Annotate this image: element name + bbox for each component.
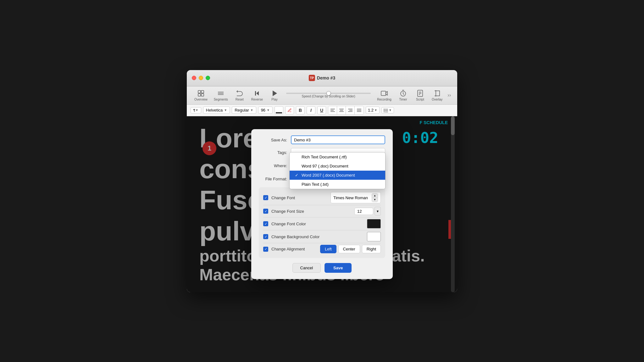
change-alignment-checkbox[interactable]: ✓ bbox=[263, 247, 268, 252]
font-style-value: Regular bbox=[235, 108, 249, 112]
svg-rect-2 bbox=[198, 94, 201, 96]
save-as-label: Save As: bbox=[259, 138, 287, 142]
overlay-button[interactable]: Overlay bbox=[429, 88, 445, 102]
change-font-color-label: Change Font Color bbox=[271, 222, 364, 226]
font-stepper: ▲ ▼ bbox=[372, 193, 378, 202]
change-alignment-row: ✓ Change Alignment Left Center Right bbox=[263, 243, 381, 255]
reset-label: Reset bbox=[236, 98, 244, 101]
font-color-swatch[interactable] bbox=[367, 219, 381, 228]
text-color-swatch[interactable] bbox=[275, 106, 283, 114]
speed-slider-area: Speed (Change by Scrolling on Slider) bbox=[284, 93, 373, 98]
format-option-rtf[interactable]: Rich Text Document (.rtf) bbox=[290, 152, 385, 162]
content-area: Lore cons Fusc pulv porttitor id arcu et… bbox=[187, 116, 457, 292]
change-font-row: ✓ Change Font Times New Roman ▲ ▼ bbox=[263, 190, 381, 205]
font-size-dropdown[interactable]: 96 ▼ bbox=[258, 107, 273, 114]
font-size-value: 96 bbox=[261, 108, 265, 112]
svg-rect-8 bbox=[255, 91, 256, 96]
format-option-txt[interactable]: Plain Text (.txt) bbox=[290, 180, 385, 189]
save-dialog: Save As: Tags: Where: Books ▲ bbox=[251, 129, 393, 279]
format-dropdown-menu: Rich Text Document (.rtf) Word 97 (.doc)… bbox=[289, 152, 386, 189]
svg-marker-11 bbox=[386, 91, 387, 95]
checkbox-section: ✓ Change Font Times New Roman ▲ ▼ ✓ bbox=[259, 187, 385, 258]
align-right-dialog-button[interactable]: Right bbox=[362, 245, 381, 253]
change-font-color-checkbox[interactable]: ✓ bbox=[263, 221, 268, 226]
align-left-dialog-button[interactable]: Left bbox=[320, 245, 336, 253]
change-font-size-label: Change Font Size bbox=[271, 209, 351, 214]
traffic-lights bbox=[192, 76, 210, 80]
align-center-dialog-button[interactable]: Center bbox=[338, 245, 360, 253]
bg-color-swatch[interactable] bbox=[367, 232, 381, 241]
list-style-button[interactable]: ▼ bbox=[381, 107, 394, 113]
save-button[interactable]: Save bbox=[325, 263, 352, 273]
svg-marker-9 bbox=[273, 90, 277, 96]
align-center-button[interactable] bbox=[337, 106, 346, 114]
font-size-input[interactable]: 12 bbox=[354, 208, 373, 215]
reset-button[interactable]: Reset bbox=[232, 88, 247, 102]
change-font-size-row: ✓ Change Font Size 12 ▼ bbox=[263, 205, 381, 217]
where-label: Where: bbox=[259, 163, 287, 168]
segments-button[interactable]: Segments bbox=[211, 88, 230, 102]
line-height-control[interactable]: 1.2 ▼ bbox=[366, 107, 380, 114]
recording-button[interactable]: Recording bbox=[375, 88, 394, 102]
change-bg-color-row: ✓ Change Background Color bbox=[263, 230, 381, 243]
alignment-group bbox=[328, 106, 364, 115]
paragraph-style-dropdown[interactable]: ¶ ▼ bbox=[191, 107, 201, 113]
formatbar: ¶ ▼ Helvetica ▼ Regular ▼ 96 ▼ B I U bbox=[187, 105, 457, 116]
file-format-dropdown[interactable]: Word 2007 (.docx) Document Rich Text Doc… bbox=[290, 174, 385, 184]
svg-point-32 bbox=[384, 110, 385, 111]
segments-label: Segments bbox=[214, 98, 228, 101]
align-right-button[interactable] bbox=[346, 106, 355, 114]
minimize-button[interactable] bbox=[199, 76, 203, 80]
font-family-dropdown[interactable]: Helvetica ▼ bbox=[203, 107, 230, 114]
font-selector[interactable]: Times New Roman ▲ ▼ bbox=[330, 192, 381, 203]
format-option-doc[interactable]: Word 97 (.doc) Document bbox=[290, 162, 385, 171]
font-stepper-down[interactable]: ▼ bbox=[372, 198, 378, 202]
file-format-row: File Format: Word 2007 (.docx) Document … bbox=[259, 174, 385, 184]
underline-button[interactable]: U bbox=[317, 106, 326, 114]
highlight-pen[interactable] bbox=[285, 106, 294, 114]
font-family-value: Helvetica bbox=[206, 108, 223, 112]
svg-rect-0 bbox=[198, 90, 201, 93]
modal-overlay: Save As: Tags: Where: Books ▲ bbox=[187, 116, 457, 292]
save-as-row: Save As: bbox=[259, 135, 385, 144]
play-label: Play bbox=[271, 98, 277, 101]
timer-label: Timer bbox=[399, 98, 407, 101]
save-as-input[interactable] bbox=[291, 135, 385, 144]
play-button[interactable]: Play bbox=[267, 88, 282, 102]
italic-button[interactable]: I bbox=[307, 106, 315, 114]
font-style-dropdown[interactable]: Regular ▼ bbox=[232, 107, 256, 114]
svg-point-30 bbox=[384, 109, 385, 110]
overview-button[interactable]: Overview bbox=[192, 88, 210, 102]
toolbar-expand-button[interactable]: ›› bbox=[446, 91, 452, 99]
speed-slider[interactable] bbox=[286, 93, 371, 94]
change-font-checkbox[interactable]: ✓ bbox=[263, 195, 268, 200]
fullscreen-button[interactable] bbox=[206, 76, 210, 80]
align-justify-button[interactable] bbox=[355, 106, 364, 114]
reverse-label: Reverse bbox=[251, 98, 263, 101]
font-size-dropdown-button[interactable]: ▼ bbox=[375, 207, 381, 216]
svg-rect-10 bbox=[381, 91, 386, 96]
close-button[interactable] bbox=[192, 76, 196, 80]
timer-button[interactable]: Timer bbox=[395, 88, 411, 102]
cancel-button[interactable]: Cancel bbox=[292, 263, 321, 273]
overview-label: Overview bbox=[194, 98, 208, 101]
script-button[interactable]: Script bbox=[412, 88, 428, 102]
reverse-button[interactable]: Reverse bbox=[249, 88, 265, 102]
change-font-color-row: ✓ Change Font Color bbox=[263, 217, 381, 230]
change-bg-color-checkbox[interactable]: ✓ bbox=[263, 234, 268, 239]
recording-label: Recording bbox=[377, 98, 391, 101]
overlay-label: Overlay bbox=[432, 98, 442, 101]
main-window: TP Demo #3 Overview Segments bbox=[187, 70, 457, 292]
svg-point-34 bbox=[384, 112, 385, 112]
font-size-control: 12 ▼ bbox=[354, 207, 381, 216]
window-title: TP Demo #3 bbox=[309, 75, 335, 81]
format-option-docx[interactable]: ✓ Word 2007 (.docx) Document bbox=[290, 171, 385, 180]
font-stepper-up[interactable]: ▲ bbox=[372, 194, 378, 198]
align-left-button[interactable] bbox=[328, 106, 337, 114]
font-selector-value: Times New Roman bbox=[333, 195, 368, 200]
svg-rect-3 bbox=[201, 94, 204, 96]
change-bg-color-label: Change Background Color bbox=[271, 234, 364, 239]
change-font-size-checkbox[interactable]: ✓ bbox=[263, 209, 268, 214]
bold-button[interactable]: B bbox=[296, 106, 305, 114]
tags-label: Tags: bbox=[259, 150, 287, 155]
